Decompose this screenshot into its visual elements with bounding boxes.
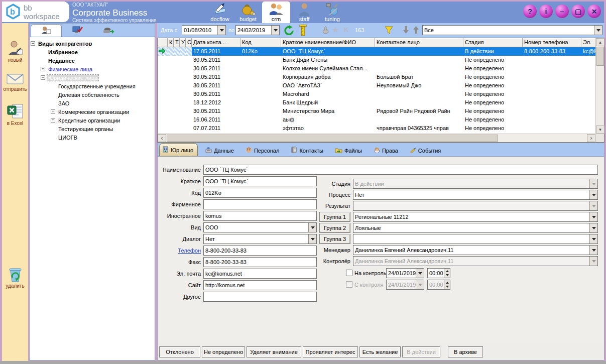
- text-field[interactable]: [203, 292, 317, 302]
- column-header[interactable]: Код: [240, 38, 281, 47]
- detail-tab[interactable]: Юр.лицо: [159, 143, 198, 156]
- control-date-picker[interactable]: 24/01/2019: [386, 268, 424, 278]
- module-tab-docflow[interactable]: docflow: [206, 2, 234, 23]
- ruler-icon[interactable]: [299, 25, 307, 37]
- table-row[interactable]: 30.05.2011Корпорация добраБольшой БратНе…: [158, 73, 595, 81]
- spin-down-button[interactable]: [444, 273, 450, 278]
- column-header[interactable]: С.: [186, 38, 192, 47]
- detail-tab[interactable]: Данные: [203, 145, 238, 156]
- scroll-up-button[interactable]: ▲: [596, 38, 604, 46]
- table-row[interactable]: 18.12.2012Банк ЩедрыйНе определено: [158, 98, 595, 107]
- scroll-thumb[interactable]: [167, 135, 498, 142]
- combo-field[interactable]: Нет: [353, 190, 598, 200]
- star-icon[interactable]: ★: [332, 25, 339, 35]
- scroll-left-button[interactable]: ‹: [158, 134, 166, 142]
- group-button[interactable]: Группа 1: [319, 212, 350, 222]
- scroll-down-button[interactable]: ▼: [596, 126, 604, 134]
- category-filter-select[interactable]: Все: [422, 25, 602, 35]
- collapse-toggle[interactable]: −: [31, 41, 35, 46]
- module-tab-tuning[interactable]: tuning: [318, 2, 346, 23]
- tree-tab-tasks[interactable]: [62, 24, 93, 37]
- dropdown-arrow-icon[interactable]: [589, 190, 597, 199]
- dropdown-arrow-icon[interactable]: [416, 269, 424, 278]
- detail-tab[interactable]: Персонал: [243, 145, 284, 156]
- k-filter-icon[interactable]: K: [344, 26, 348, 34]
- table-row[interactable]: 07.07.2011эфтэтаочправчправ 04365325 чпр…: [158, 124, 595, 133]
- table-row[interactable]: 30.05.2011ОАО `АвтоТАЗ`Неуловимый ДжоНе …: [158, 81, 595, 90]
- dropdown-arrow-icon[interactable]: [594, 26, 602, 35]
- info-button[interactable]: i: [539, 5, 553, 18]
- column-header[interactable]: Номер телефона: [523, 38, 581, 47]
- column-header[interactable]: Краткое наименование/ФИО: [281, 38, 375, 47]
- scroll-thumb[interactable]: [596, 47, 604, 66]
- table-row[interactable]: 30.05.2011MacrohardНе определено: [158, 90, 595, 98]
- minimize-button[interactable]: –: [555, 5, 569, 18]
- stage-button[interactable]: Отклонено: [159, 346, 200, 357]
- maximize-button[interactable]: ▢: [571, 5, 585, 18]
- combo-field[interactable]: Региональные 11212: [353, 212, 598, 222]
- tree-item[interactable]: Государственные учреждения: [30, 82, 155, 90]
- tree-tab-contractors[interactable]: [31, 24, 62, 37]
- column-header[interactable]: У: [180, 38, 186, 47]
- tree-tab-calls[interactable]: [93, 24, 124, 37]
- vertical-scrollbar[interactable]: ▲ ▼: [595, 38, 604, 134]
- horizontal-scrollbar[interactable]: ‹ ›: [158, 134, 595, 142]
- table-row[interactable]: 30.05.2011Банк Дяди СтепыНе определено: [158, 56, 595, 64]
- rail-button-delete[interactable]: удалить: [2, 267, 28, 289]
- table-row[interactable]: 17.05.2011012КоООО `ТЦ Комус`В действии8…: [158, 47, 595, 56]
- dropdown-arrow-icon[interactable]: [589, 223, 597, 232]
- column-header[interactable]: Дата конта...: [192, 38, 240, 47]
- combo-field[interactable]: Данилинка Евгений Александрович.11: [353, 245, 598, 255]
- table-row[interactable]: 16.06.2011аыфНе определено: [158, 115, 595, 124]
- tree-item[interactable]: +Физические лица: [30, 65, 155, 73]
- tree-item[interactable]: Долевая собственность: [30, 90, 155, 99]
- expand-toggle[interactable]: +: [51, 118, 55, 123]
- rail-button-excel[interactable]: в Excel: [2, 103, 28, 126]
- table-row[interactable]: 30.05.2011Министерство МираРядовой Райн …: [158, 107, 595, 115]
- rail-button-send[interactable]: отправить: [2, 72, 28, 92]
- column-header[interactable]: Эл.: [581, 38, 595, 47]
- tree-item[interactable]: ЗАО: [30, 99, 155, 107]
- expand-toggle[interactable]: +: [51, 109, 55, 114]
- combo-field[interactable]: [353, 234, 598, 244]
- date-to-picker[interactable]: 24/02/2019: [235, 25, 280, 35]
- expand-toggle[interactable]: +: [41, 67, 45, 71]
- table-row[interactable]: 30.05.2011Колхоз имени Сулеймана Стал...…: [158, 64, 595, 73]
- dropdown-arrow-icon[interactable]: [217, 26, 225, 35]
- stage-button[interactable]: В архиве: [448, 346, 483, 357]
- detail-tab[interactable]: Права: [371, 145, 402, 156]
- combo-field[interactable]: Лояльные: [353, 223, 598, 233]
- dropdown-arrow-icon[interactable]: [271, 26, 279, 35]
- dropdown-arrow-icon[interactable]: [589, 246, 597, 255]
- move-down-icon[interactable]: [402, 25, 410, 36]
- detail-tab[interactable]: Файлы: [332, 145, 366, 156]
- date-from-picker[interactable]: 01/08/2010: [182, 25, 226, 35]
- dropdown-arrow-icon[interactable]: [589, 234, 597, 244]
- tree-item[interactable]: Тестирующие органы: [30, 125, 155, 133]
- tree-item[interactable]: +Коммерческие организации: [30, 107, 155, 116]
- tree-item[interactable]: Недавнее: [30, 56, 155, 65]
- stage-button[interactable]: Уделяет внимание: [247, 346, 301, 357]
- text-field[interactable]: ООО `ТЦ Комус`: [203, 165, 598, 175]
- scroll-right-button[interactable]: ›: [587, 134, 595, 142]
- stage-button[interactable]: Не определено: [202, 346, 245, 357]
- time-spinner[interactable]: 00:00: [427, 268, 450, 278]
- flame-icon[interactable]: [322, 26, 329, 36]
- column-header[interactable]: Стадия: [463, 38, 523, 47]
- group-button[interactable]: Группа 3: [319, 234, 350, 244]
- detail-tab[interactable]: Контакты: [288, 145, 327, 156]
- spin-up-button[interactable]: [444, 269, 450, 273]
- column-header[interactable]: Контактное лицо: [375, 38, 463, 47]
- refresh-icon[interactable]: [284, 25, 295, 37]
- help-button[interactable]: ?: [523, 5, 537, 18]
- tree-item[interactable]: −Виды контрагентов: [30, 39, 155, 48]
- dropdown-arrow-icon[interactable]: [589, 212, 597, 221]
- column-header[interactable]: К.: [168, 38, 174, 47]
- rail-button-new[interactable]: новый: [2, 40, 28, 63]
- checkbox[interactable]: [346, 270, 352, 276]
- tree-item[interactable]: Избранное: [30, 48, 155, 56]
- tree-item[interactable]: −Юридические лица: [30, 73, 155, 82]
- stage-button[interactable]: Проявляет интерес: [303, 346, 358, 357]
- detail-tab[interactable]: События: [407, 145, 445, 156]
- funnel-icon[interactable]: [384, 26, 394, 36]
